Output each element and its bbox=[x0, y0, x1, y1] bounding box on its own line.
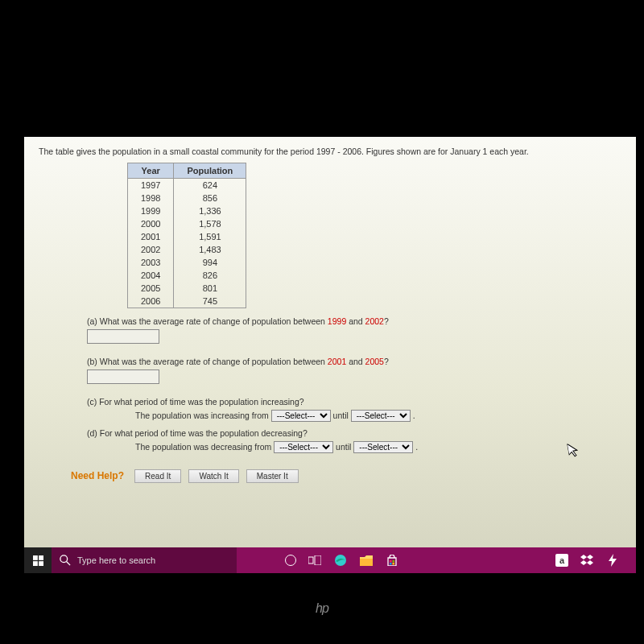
task-view-icon[interactable] bbox=[308, 553, 322, 568]
tray-app-a[interactable]: a bbox=[555, 554, 568, 567]
hp-logo: hp bbox=[316, 601, 328, 616]
table-row: 2004826 bbox=[128, 269, 246, 282]
svg-rect-1 bbox=[39, 555, 43, 560]
read-it-button[interactable]: Read It bbox=[134, 469, 181, 483]
question-b: (b) What was the average rate of change … bbox=[87, 357, 621, 366]
select-d-until[interactable]: ---Select--- bbox=[353, 441, 413, 453]
question-content: The table gives the population in a smal… bbox=[24, 137, 636, 564]
question-c-fill: The population was increasing from ---Se… bbox=[135, 410, 621, 422]
svg-rect-3 bbox=[39, 561, 43, 566]
svg-rect-9 bbox=[360, 559, 373, 566]
table-row: 1998856 bbox=[128, 192, 246, 204]
store-icon[interactable] bbox=[385, 553, 399, 568]
windows-taskbar[interactable]: Type here to search a bbox=[24, 547, 636, 573]
help-section: Need Help? Read It Watch It Master It bbox=[71, 469, 621, 483]
start-button[interactable] bbox=[24, 547, 52, 573]
population-table: Year Population 1997624199885619991,3362… bbox=[127, 163, 246, 308]
file-explorer-icon[interactable] bbox=[359, 553, 374, 568]
need-help-label: Need Help? bbox=[71, 470, 124, 481]
search-icon bbox=[60, 555, 71, 566]
question-c: (c) For what period of time was the popu… bbox=[87, 397, 621, 407]
watch-it-button[interactable]: Watch It bbox=[188, 469, 238, 483]
table-row: 20021,483 bbox=[128, 243, 246, 256]
problem-statement: The table gives the population in a smal… bbox=[39, 147, 621, 156]
table-row: 2006745 bbox=[128, 295, 246, 308]
taskbar-search[interactable]: Type here to search bbox=[52, 547, 237, 573]
master-it-button[interactable]: Master It bbox=[246, 469, 299, 483]
svg-rect-2 bbox=[33, 561, 38, 566]
search-placeholder: Type here to search bbox=[77, 555, 155, 565]
svg-rect-0 bbox=[33, 555, 38, 560]
select-c-until[interactable]: ---Select--- bbox=[351, 410, 411, 422]
svg-rect-13 bbox=[393, 563, 395, 565]
cortana-icon[interactable] bbox=[285, 555, 296, 566]
table-row: 2005801 bbox=[128, 282, 246, 295]
question-a: (a) What was the average rate of change … bbox=[87, 316, 621, 326]
table-row: 20001,578 bbox=[128, 217, 246, 230]
svg-rect-7 bbox=[315, 555, 321, 565]
col-year: Year bbox=[128, 163, 174, 179]
select-d-from[interactable]: ---Select--- bbox=[274, 441, 333, 453]
svg-rect-6 bbox=[308, 557, 313, 564]
question-d: (d) For what period of time was the popu… bbox=[87, 428, 621, 438]
windows-icon bbox=[33, 555, 43, 566]
answer-input-a[interactable] bbox=[87, 329, 159, 344]
table-row: 19991,336 bbox=[128, 204, 246, 217]
tray-app-lightning[interactable] bbox=[605, 553, 620, 568]
edge-icon[interactable] bbox=[333, 553, 348, 568]
svg-point-4 bbox=[60, 555, 68, 563]
question-d-fill: The population was decreasing from ---Se… bbox=[135, 441, 621, 453]
svg-line-5 bbox=[67, 562, 70, 565]
select-c-from[interactable]: ---Select--- bbox=[271, 410, 331, 422]
answer-input-b[interactable] bbox=[87, 369, 159, 384]
svg-rect-12 bbox=[390, 563, 392, 565]
table-row: 2003994 bbox=[128, 256, 246, 269]
svg-rect-10 bbox=[390, 560, 392, 563]
col-population: Population bbox=[174, 163, 246, 179]
svg-rect-11 bbox=[393, 560, 395, 563]
table-row: 1997624 bbox=[128, 179, 246, 192]
dropbox-icon[interactable] bbox=[580, 553, 594, 568]
table-row: 20011,591 bbox=[128, 230, 246, 243]
